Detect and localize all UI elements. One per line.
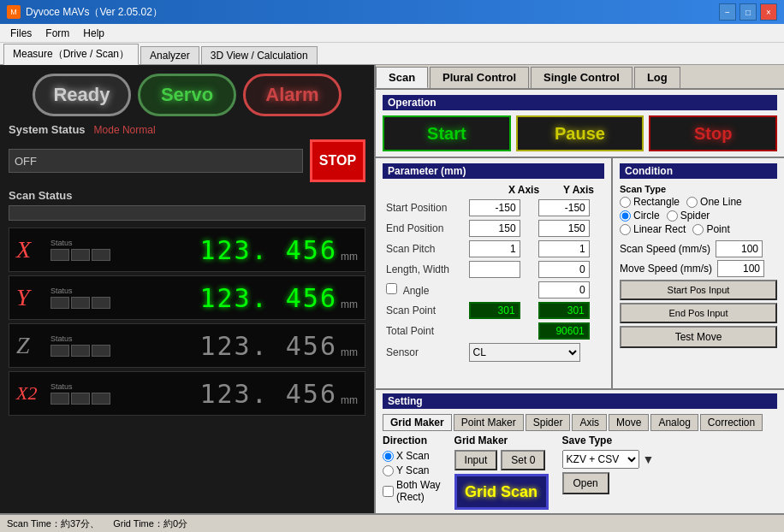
scan-point-y[interactable]	[538, 302, 590, 319]
scan-speed-input[interactable]	[716, 240, 763, 257]
menu-form[interactable]: Form	[39, 26, 76, 41]
total-point-value-cell	[535, 321, 604, 341]
minimize-button[interactable]: −	[719, 3, 736, 21]
servo-button[interactable]: Servo	[138, 74, 236, 116]
stop-op-button[interactable]: Stop	[649, 115, 777, 151]
setting-tab-pointmaker[interactable]: Point Maker	[454, 414, 524, 431]
menu-help[interactable]: Help	[76, 26, 111, 41]
tab-analyzer[interactable]: Analyzer	[140, 46, 199, 64]
setting-tab-correction[interactable]: Correction	[700, 414, 763, 431]
ready-button[interactable]: Ready	[33, 74, 131, 116]
setting-tab-gridmaker[interactable]: Grid Maker	[383, 414, 452, 431]
radio-xscan-input[interactable]	[383, 451, 394, 462]
radio-spider-input[interactable]	[667, 210, 678, 222]
radio-row-1: Rectangle One Line	[620, 196, 777, 208]
end-pos-input-button[interactable]: End Pos Input	[620, 303, 777, 323]
radio-rectangle[interactable]: Rectangle	[620, 196, 680, 208]
menu-files[interactable]: Files	[3, 26, 39, 41]
radio-yscan[interactable]: Y Scan	[383, 464, 441, 476]
left-panel: Ready Servo Alarm System Status Mode Nor…	[0, 65, 374, 513]
scan-tab-single[interactable]: Single Control	[531, 67, 633, 88]
setting-tab-axis[interactable]: Axis	[572, 414, 607, 431]
axis-status-x: Status	[50, 239, 110, 261]
setting-header: Setting	[383, 393, 777, 409]
table-row: Scan Point	[383, 300, 604, 321]
start-button[interactable]: Start	[383, 115, 511, 151]
radio-xscan[interactable]: X Scan	[383, 450, 441, 462]
title-bar-left: M Dyvoce MAVs（Ver 2.05.02）	[7, 5, 163, 20]
total-point[interactable]	[538, 322, 590, 340]
radio-circle[interactable]: Circle	[620, 210, 660, 222]
axis-label-x: X	[16, 236, 50, 263]
scan-tab-log[interactable]: Log	[634, 67, 680, 88]
angle-checkbox[interactable]	[386, 283, 397, 294]
angle-value[interactable]	[538, 281, 590, 299]
system-status-row: OFF STOP	[9, 139, 365, 182]
grid-maker-group: Grid Maker Input Set 0 Grid Scan	[454, 434, 549, 510]
length-y[interactable]	[538, 261, 590, 278]
radio-spider-label: Spider	[680, 210, 710, 222]
scan-status-section: Scan Status	[9, 189, 365, 221]
start-pos-x-cell	[466, 198, 535, 218]
end-pos-y[interactable]	[538, 220, 590, 237]
radio-bothway[interactable]: Both Way(Rect)	[383, 479, 441, 503]
tab-3dview[interactable]: 3D View / Calculation	[201, 46, 318, 64]
end-pos-x[interactable]	[469, 220, 520, 237]
scan-point-x[interactable]	[469, 302, 520, 319]
maximize-button[interactable]: □	[739, 3, 757, 21]
alarm-button[interactable]: Alarm	[243, 74, 342, 116]
status-light	[92, 249, 110, 261]
length-y-cell	[535, 259, 604, 280]
open-button[interactable]: Open	[562, 472, 609, 494]
radio-oneline-input[interactable]	[686, 197, 698, 208]
axis-status-title-y: Status	[50, 287, 110, 295]
scan-tab-scan[interactable]: Scan	[376, 67, 428, 88]
stop-button[interactable]: STOP	[310, 139, 365, 182]
axis-label-z: Z	[16, 332, 50, 359]
radio-point-input[interactable]	[692, 224, 704, 235]
operation-section: Operation Start Pause Stop	[376, 90, 784, 158]
angle-x-cell	[466, 280, 535, 300]
length-x[interactable]	[469, 261, 520, 278]
axis-value-y: 123. 456	[117, 283, 337, 313]
radio-rectangle-input[interactable]	[620, 197, 631, 208]
radio-circle-input[interactable]	[620, 210, 631, 222]
window-controls: − □ ×	[719, 3, 777, 21]
tab-measure[interactable]: Measure（Drive / Scan）	[3, 44, 139, 65]
param-header: Parameter (mm)	[383, 163, 604, 179]
save-type-group: Save Type KZV + CSV KZV CSV ▼ Open	[562, 434, 655, 494]
angle-cell: Angle	[383, 280, 466, 300]
input-button[interactable]: Input	[454, 450, 498, 470]
scan-tab-plural[interactable]: Plural Control	[430, 67, 529, 88]
radio-oneline[interactable]: One Line	[686, 196, 742, 208]
save-type-select[interactable]: KZV + CSV KZV CSV	[562, 450, 639, 469]
setting-tab-move[interactable]: Move	[609, 414, 649, 431]
radio-linearrect[interactable]: Linear Rect	[620, 223, 686, 235]
start-pos-input-button[interactable]: Start Pos Input	[620, 280, 777, 300]
scan-pitch-x[interactable]	[469, 240, 520, 257]
sensor-select[interactable]: CL	[469, 343, 580, 362]
setting-tab-analog[interactable]: Analog	[650, 414, 698, 431]
test-move-button[interactable]: Test Move	[620, 326, 777, 348]
setting-tab-spider[interactable]: Spider	[526, 414, 571, 431]
radio-point[interactable]: Point	[692, 223, 729, 235]
start-pos-y[interactable]	[538, 199, 590, 216]
move-speed-input[interactable]	[717, 260, 764, 277]
start-pos-x[interactable]	[469, 199, 520, 216]
pause-button[interactable]: Pause	[516, 115, 644, 151]
radio-bothway-input[interactable]	[383, 486, 394, 497]
grid-scan-button[interactable]: Grid Scan	[454, 474, 549, 510]
dropdown-arrow-icon: ▼	[643, 452, 655, 466]
status-light	[71, 297, 90, 309]
radio-spider[interactable]: Spider	[667, 210, 710, 222]
radio-yscan-input[interactable]	[383, 465, 394, 476]
set0-button[interactable]: Set 0	[501, 450, 545, 470]
right-panel: Scan Plural Control Single Control Log O…	[376, 65, 784, 513]
scan-pitch-y[interactable]	[538, 240, 590, 257]
setting-section: Setting Grid Maker Point Maker Spider Ax…	[376, 388, 784, 513]
length-x-cell	[466, 259, 535, 280]
close-button[interactable]: ×	[760, 3, 777, 21]
axis-value-x: 123. 456	[117, 235, 337, 265]
radio-linearrect-input[interactable]	[620, 224, 631, 235]
axis-status-title-x2: Status	[50, 382, 110, 391]
